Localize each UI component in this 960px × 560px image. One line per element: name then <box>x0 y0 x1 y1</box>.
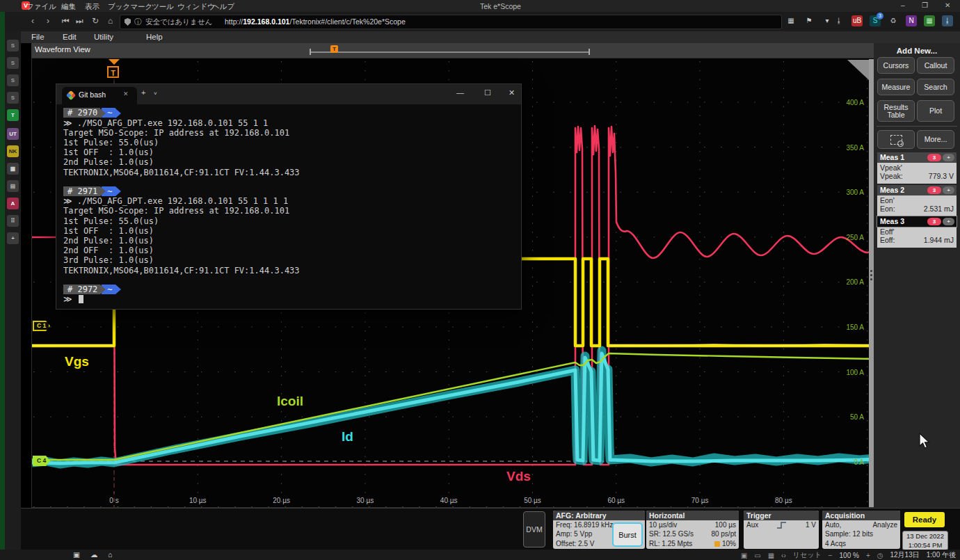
web-panel-qr-icon[interactable]: ▦ <box>7 163 19 175</box>
web-panel-tek-selected-icon[interactable]: T <box>7 109 19 121</box>
more-button[interactable]: More... <box>917 130 954 149</box>
web-panel-s2-icon[interactable]: S <box>7 57 19 69</box>
scope-menu-utility[interactable]: Utility <box>94 33 113 41</box>
grid-extension-icon[interactable]: ▦ <box>924 15 935 26</box>
afg-panel[interactable]: AFG: Arbitrary Freq: 16.8919 kHz Amp: 5 … <box>553 511 645 549</box>
web-panel-doc-icon[interactable]: ▤ <box>7 180 19 192</box>
terminal-output[interactable]: # 2970~≫ ./MSO_AFG_DPT.exe 192.168.0.101… <box>63 108 515 306</box>
new-tab-button[interactable]: + <box>141 88 145 97</box>
terminal-titlebar[interactable]: Git bash ✕ + ˅ — ☐ ✕ <box>56 84 521 104</box>
web-panel-add-icon[interactable]: + <box>7 232 19 244</box>
minimize-button[interactable]: – <box>901 1 905 9</box>
browser-menu-1[interactable]: 編集 <box>61 2 76 12</box>
recycle-icon[interactable]: ♻ <box>888 15 899 26</box>
rewind-icon[interactable]: ⏮ <box>62 16 70 26</box>
terminal-close-button[interactable]: ✕ <box>509 88 515 97</box>
home-icon[interactable]: ⌂ <box>108 16 113 26</box>
capture-image-icon[interactable]: ▦ <box>768 552 774 559</box>
taskbar-keyboard-icon[interactable]: ▣ <box>73 550 80 559</box>
search-button[interactable]: Search <box>917 79 954 95</box>
overview-minimap[interactable] <box>311 51 589 53</box>
close-button[interactable]: ✕ <box>945 1 950 9</box>
terminal-minimize-button[interactable]: — <box>456 88 464 97</box>
bookmark-icon[interactable]: ⚑ <box>803 15 815 26</box>
zoom-select-button[interactable] <box>877 130 915 149</box>
web-panel-nk-icon[interactable]: NK <box>7 145 19 157</box>
capture-window-icon[interactable]: ▭ <box>754 552 760 559</box>
notion-icon[interactable]: N <box>906 15 917 26</box>
save-page-icon[interactable]: ⭳ <box>942 15 953 26</box>
terminal-window[interactable]: Git bash ✕ + ˅ — ☐ ✕ # 2970~≫ ./MSO_AFG_… <box>56 83 522 310</box>
meas-source-badge[interactable]: 3 <box>927 186 941 194</box>
back-icon[interactable]: ‹ <box>31 16 34 26</box>
scope-menu-edit[interactable]: Edit <box>63 33 77 41</box>
plot-button[interactable]: Plot <box>917 100 954 122</box>
zoom-in-button[interactable]: + <box>866 552 870 559</box>
browser-menu-4[interactable]: ツール <box>152 2 174 12</box>
browser-menu-2[interactable]: 表示 <box>85 2 99 12</box>
meas-add-badge[interactable]: + <box>943 186 954 194</box>
scrollbar-handle[interactable] <box>869 59 874 280</box>
address-bar[interactable]: ⓘ 安全ではありません http://192.168.0.101/Tektron… <box>120 15 782 29</box>
acquisition-panel[interactable]: Acquisition Auto,Analyze Sample: 12 bits… <box>822 511 900 549</box>
web-panel-s4-icon[interactable]: S <box>7 92 19 104</box>
terminal-tab[interactable]: Git bash ✕ <box>62 87 137 104</box>
reset-button[interactable]: リセット <box>793 550 822 560</box>
meas-card-3[interactable]: Meas 33+Eoff'Eoff:1.944 mJ <box>877 216 957 248</box>
meas-add-badge[interactable]: + <box>943 154 954 161</box>
tab-close-icon[interactable]: ✕ <box>123 90 129 97</box>
web-panel-s1-icon[interactable]: S <box>7 40 19 51</box>
dvm-button[interactable]: DVM <box>523 511 545 547</box>
ready-button[interactable]: Ready <box>904 512 945 527</box>
dropdown-icon[interactable]: ▾ <box>822 15 833 26</box>
current-axis-label: 400 A <box>846 99 864 106</box>
waveform-view-tab[interactable]: Waveform View <box>35 45 90 54</box>
results-table-button[interactable]: Results Table <box>877 100 915 122</box>
download-icon[interactable]: ⭳ <box>833 15 845 26</box>
trigger-marker[interactable]: T <box>107 66 119 78</box>
burst-button[interactable]: Burst <box>612 522 643 547</box>
meas-source-badge[interactable]: 3 <box>927 154 941 161</box>
scope-menu-help[interactable]: Help <box>146 33 163 41</box>
trigger-source: Aux <box>746 520 758 529</box>
meas-add-badge[interactable]: + <box>943 218 954 225</box>
taskbar-cloud-icon[interactable]: ☁ <box>90 550 98 559</box>
web-panel-s3-icon[interactable]: S <box>7 74 19 86</box>
info-icon[interactable]: ⓘ <box>134 15 142 29</box>
browser-menu-5[interactable]: ウィンドウ <box>177 2 215 12</box>
browser-menu-3[interactable]: ブックマーク <box>108 2 152 12</box>
fast-forward-icon[interactable]: ⏭ <box>76 16 83 26</box>
minimap-right-bracket[interactable] <box>589 49 590 55</box>
session-icon[interactable]: S3 <box>870 15 881 26</box>
web-panel-ut-icon[interactable]: UT <box>7 128 19 140</box>
taskbar-home-icon[interactable]: ⌂ <box>108 550 112 559</box>
callout-button[interactable]: Callout <box>917 57 954 74</box>
capture-code-icon[interactable]: ‹› <box>781 552 786 559</box>
capture-camera-icon[interactable]: ▣ <box>741 552 747 559</box>
qr-code-icon[interactable]: ▦ <box>785 15 797 26</box>
web-panel-a-icon[interactable]: A <box>7 198 19 209</box>
meas-body: Eoff'Eoff:1.944 mJ <box>877 227 957 248</box>
tab-dropdown-icon[interactable]: ˅ <box>154 90 157 97</box>
meas-source-badge[interactable]: 3 <box>927 218 941 225</box>
trigger-panel[interactable]: Trigger Aux 1 V <box>744 511 819 549</box>
ublock-icon[interactable]: uB <box>851 15 863 26</box>
horizontal-panel[interactable]: Horizontal 10 µs/div100 µs SR: 12.5 GS/s… <box>646 511 739 549</box>
browser-menu-6[interactable]: ヘルプ <box>212 2 234 12</box>
scope-menu-file[interactable]: File <box>31 33 45 41</box>
terminal-maximize-button[interactable]: ☐ <box>484 88 491 97</box>
vertical-scrollbar[interactable] <box>869 59 874 507</box>
trigger-marker-arrow[interactable] <box>109 59 120 65</box>
web-panel-grid-icon[interactable]: ⠿ <box>7 215 19 227</box>
cursors-button[interactable]: Cursors <box>877 57 915 74</box>
restore-button[interactable]: ❐ <box>922 1 928 9</box>
measure-button[interactable]: Measure <box>877 79 915 95</box>
minimap-left-bracket[interactable] <box>310 49 311 55</box>
zoom-out-button[interactable]: − <box>829 552 833 559</box>
meas-card-2[interactable]: Meas 23+Eon'Eon:2.531 mJ <box>877 185 957 216</box>
meas-card-1[interactable]: Meas 13+Vpeak'Vpeak:779.3 V <box>877 152 957 184</box>
minimap-trigger-flag[interactable]: T <box>330 45 338 53</box>
browser-menu-0[interactable]: ファイル <box>26 2 56 12</box>
reload-icon[interactable]: ↻ <box>92 16 99 26</box>
forward-icon[interactable]: › <box>47 16 49 26</box>
